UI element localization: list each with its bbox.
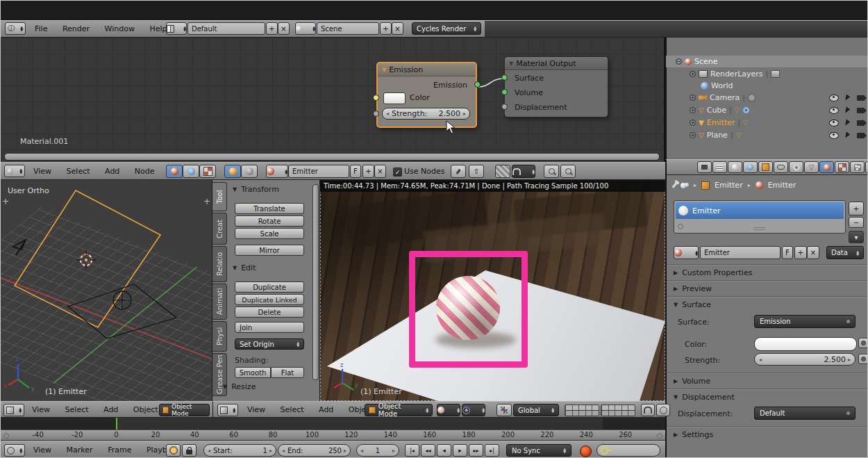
parent-node-tree-button[interactable]: ⇧ (469, 165, 484, 178)
renderability-camera-icon[interactable] (857, 120, 865, 126)
tab-render[interactable] (697, 161, 712, 173)
selectability-cursor-icon[interactable] (845, 107, 850, 114)
tab-modifiers[interactable] (789, 161, 803, 173)
color-input-socket[interactable] (373, 95, 379, 101)
emission-output-socket[interactable] (474, 81, 481, 88)
visibility-eye-icon[interactable] (829, 120, 839, 126)
visibility-eye-icon[interactable] (829, 107, 839, 114)
expand-icon[interactable]: + (690, 132, 696, 138)
jump-to-end-button[interactable]: ▸| (485, 444, 499, 457)
smooth-button[interactable]: Smooth (235, 367, 271, 378)
scene-add-button[interactable]: + (380, 22, 392, 35)
slider-left-arrow-icon[interactable]: ◂ (759, 357, 762, 363)
renderability-camera-icon[interactable] (857, 133, 865, 138)
snap-button[interactable]: ▲▼ (512, 165, 535, 178)
preview-range-clock-button[interactable] (166, 444, 181, 457)
material-unlink-button[interactable]: × (374, 165, 386, 178)
jump-prev-keyframe-button[interactable]: ◂◂ (421, 444, 435, 457)
pin-icon[interactable] (672, 182, 678, 188)
tab-object[interactable] (758, 161, 773, 173)
vp-menu-view[interactable]: View (26, 402, 56, 418)
render-engine-dropdown[interactable]: Cycles Render▲▼ (412, 22, 481, 35)
material-name-field[interactable]: Emitter (700, 246, 781, 259)
slider-left-arrow-icon[interactable]: ◂ (282, 448, 285, 454)
panel-displacement[interactable]: ▼Displacement (674, 393, 735, 402)
emission-color-swatch[interactable] (383, 92, 406, 104)
surface-shader-dropdown[interactable]: Emission (754, 315, 856, 328)
slider-left-arrow-icon[interactable]: ◂ (208, 448, 210, 454)
panel-transform[interactable]: ▼Transform (233, 185, 279, 194)
tab-constraints[interactable] (774, 161, 788, 173)
panel-volume[interactable]: ▶Volume (674, 377, 710, 386)
material-browse-button[interactable]: ▲▼ (674, 246, 699, 259)
expand-icon[interactable]: − (676, 58, 682, 65)
layers-grid-right[interactable] (601, 404, 635, 416)
menu-render[interactable]: Render (56, 21, 96, 37)
slider-left-arrow-icon[interactable]: ◂ (386, 111, 389, 117)
outliner-row-renderlayers[interactable]: + RenderLayers | (666, 68, 868, 80)
surface-input-socket[interactable] (501, 74, 508, 81)
record-button[interactable] (580, 445, 592, 457)
emission-node-header[interactable]: ▼ Emission (378, 63, 476, 76)
keying-set-field[interactable] (596, 444, 660, 457)
viewport-left[interactable]: y z x User Ortho (1) Emitter + + (1, 180, 212, 401)
visibility-eye-icon[interactable] (829, 132, 839, 139)
selectability-cursor-icon[interactable] (845, 132, 850, 139)
panel-custom-properties[interactable]: ▶Custom Properties (674, 268, 752, 277)
node-menu-view[interactable]: View (27, 163, 58, 179)
scene-close-button[interactable]: × (392, 22, 403, 35)
scale-button[interactable]: Scale (235, 228, 304, 239)
duplicate-button[interactable]: Duplicate (235, 281, 304, 293)
toolshelf-tab-animation[interactable]: Animati (212, 284, 227, 320)
tab-particles[interactable] (850, 161, 865, 173)
expand-icon[interactable]: + (690, 107, 696, 113)
slider-right-arrow-icon[interactable]: ▸ (392, 448, 395, 454)
outliner-row-plane[interactable]: + ▽ Plane | ▽ (666, 129, 868, 141)
tab-texture[interactable] (835, 161, 849, 173)
panel-edit[interactable]: ▼Edit (233, 263, 256, 272)
collapse-triangle-icon[interactable]: ▼ (509, 60, 513, 67)
visibility-eye-icon[interactable] (829, 95, 839, 101)
shader-type-world-toggle[interactable] (183, 165, 199, 178)
backdrop-button[interactable] (495, 165, 510, 178)
menu-file[interactable]: File (28, 21, 53, 37)
slot-remove-button[interactable]: − (849, 217, 864, 228)
jump-to-start-button[interactable]: |◂ (405, 444, 419, 457)
selectability-cursor-icon[interactable] (845, 95, 850, 101)
material-add-button[interactable]: + (362, 165, 374, 178)
shader-type-texture-toggle[interactable] (199, 165, 216, 178)
expand-icon[interactable]: + (690, 95, 696, 101)
viewport-editor-type-button[interactable]: ▲▼ (217, 404, 238, 416)
strength-slider[interactable]: ◂ 2.500 ▸ (754, 353, 856, 366)
toolshelf-tab-physics[interactable]: Physi (212, 321, 227, 352)
material-selector-icon-button[interactable]: ▲▼ (266, 165, 288, 178)
slider-right-arrow-icon[interactable]: ▸ (463, 111, 466, 117)
paste-node-group-button[interactable] (560, 165, 576, 178)
frame-start-field[interactable]: ◂ Start: 1 ▸ (203, 444, 276, 457)
panel-resize[interactable]: ▼Resize (223, 382, 256, 391)
translate-button[interactable]: Translate (235, 203, 304, 214)
jump-next-keyframe-button[interactable]: ▸▸ (469, 444, 483, 457)
color-swatch-field[interactable] (754, 337, 857, 351)
tab-scene[interactable] (728, 161, 742, 173)
sync-dropdown[interactable]: No Sync▲▼ (506, 444, 571, 457)
displacement-input-socket[interactable] (501, 104, 508, 110)
node-editor-hscrollbar[interactable] (4, 153, 660, 161)
timeline-menu-view[interactable]: View (27, 442, 58, 458)
shader-context-object-toggle[interactable] (224, 165, 241, 178)
slot-specials-button[interactable]: ▾ (849, 231, 864, 243)
render-opengl-button[interactable] (656, 404, 670, 416)
layers-grid-left[interactable] (565, 404, 599, 416)
outliner-row-cube[interactable]: + ▽ Cube | ▽ (666, 104, 868, 116)
vp-menu-view[interactable]: View (241, 402, 272, 418)
breadcrumb-material[interactable]: Emitter (768, 181, 796, 190)
material-slot-selected[interactable]: Emitter (676, 202, 844, 219)
mirror-button[interactable]: Mirror (235, 245, 304, 256)
node-menu-select[interactable]: Select (60, 163, 97, 179)
screen-layout-field[interactable]: Default (187, 22, 265, 35)
tab-render-layers[interactable] (712, 161, 727, 173)
pin-button[interactable] (451, 165, 466, 178)
tab-object-data[interactable]: ▽ (804, 161, 819, 173)
node-menu-node[interactable]: Node (128, 163, 161, 179)
toolshelf-tab-tools[interactable]: Tool (212, 182, 227, 211)
